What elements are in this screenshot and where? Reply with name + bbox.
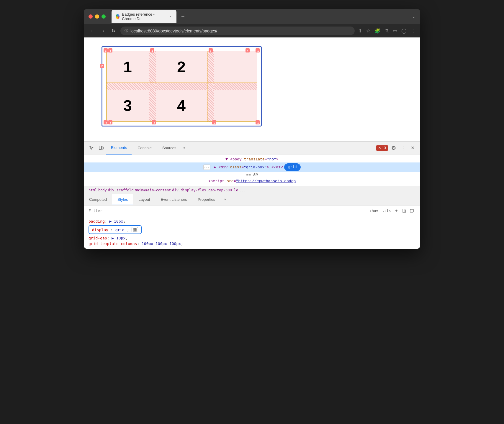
grid-gap-v3 <box>149 90 156 121</box>
css-prop-grid-gap: grid-gap <box>89 236 107 240</box>
bookmark-icon[interactable]: ☆ <box>366 28 370 34</box>
dom-eq-line: == $0 <box>84 172 420 178</box>
tab-styles[interactable]: Styles <box>112 194 133 205</box>
filter-bar: Filter :hov .cls + <box>84 206 420 216</box>
dom-equals: == $0 <box>246 173 258 177</box>
hov-button[interactable]: :hov <box>369 208 379 213</box>
toggle-filter-button[interactable] <box>409 208 415 214</box>
tab-favicon <box>116 14 120 19</box>
grid-badge-outline[interactable]: grid <box>284 163 301 171</box>
grid-gap-h3 <box>214 83 257 90</box>
menu-icon[interactable]: ⋮ <box>411 28 415 34</box>
css-prop-display: display <box>92 228 108 232</box>
breadcrumb-more[interactable]: ... <box>239 188 246 192</box>
badge-bot-neg2: -2 <box>212 120 216 124</box>
badge-bot-neg4: -4 <box>104 120 108 124</box>
grid-cell-2: 2 <box>156 51 207 83</box>
tab-event-listeners[interactable]: Event Listeners <box>155 194 192 205</box>
grid-badge[interactable]: grid <box>285 164 300 170</box>
grid-cell-1: 1 <box>107 51 149 83</box>
css-prop-grid-template: grid-template-columns <box>89 241 137 246</box>
traffic-lights <box>89 14 106 19</box>
breadcrumb-main[interactable]: main#main-content <box>135 188 171 192</box>
grid-gap-v4 <box>207 90 214 121</box>
cls-button[interactable]: .cls <box>381 208 392 213</box>
css-grid-gap-rule: grid-gap: ▶ 10px; <box>89 235 415 241</box>
profile-icon[interactable]: ◯ <box>401 28 407 34</box>
grid-gap-corner1 <box>149 83 156 90</box>
maximize-traffic-light[interactable] <box>102 14 106 19</box>
devtools-toolbar: Elements Console Sources » ✕ 13 ⚙ ⋮ ✕ <box>84 142 420 155</box>
tab-layout[interactable]: Layout <box>133 194 155 205</box>
badge-top-left-1: 1 <box>104 48 108 52</box>
css-padding-rule: padding: ▶ 10px; <box>89 218 415 224</box>
svg-rect-10 <box>133 228 137 231</box>
breadcrumb-html[interactable]: html <box>89 188 97 192</box>
error-badge[interactable]: ✕ 13 <box>376 145 388 151</box>
minimize-traffic-light[interactable] <box>95 14 99 19</box>
dom-div-line[interactable]: ··· ▶ <div class="grid-box">…</div grid <box>84 162 420 172</box>
grid-cell-3-placeholder <box>214 51 257 83</box>
extension-icon[interactable]: 🧩 <box>374 28 380 34</box>
settings-button[interactable]: ⚙ <box>390 144 398 152</box>
sidebar-icon[interactable]: ▭ <box>393 28 397 34</box>
refresh-button[interactable]: ↻ <box>110 27 117 35</box>
grid-gap-h2 <box>156 83 207 90</box>
badge-top-2: 2 <box>150 48 154 52</box>
tab-computed[interactable]: Computed <box>84 194 112 205</box>
more-options-button[interactable]: ⋮ <box>399 144 407 152</box>
grid-cell-empty <box>214 90 257 121</box>
plus-button[interactable]: + <box>394 207 399 214</box>
style-panel: Computed Styles Layout Event Listeners P… <box>84 194 420 249</box>
copy-styles-button[interactable] <box>401 208 407 214</box>
badge-top-3: 3 <box>209 48 213 52</box>
filter-input[interactable]: Filter <box>89 208 366 213</box>
tab-overflow-button[interactable]: ⌄ <box>412 14 415 19</box>
badge-top-4: 4 <box>246 48 250 52</box>
breadcrumb-body[interactable]: body <box>98 188 107 192</box>
dom-breadcrumb: html body div.scaffold main#main-content… <box>84 186 420 194</box>
breadcrumb-scaffold[interactable]: div.scaffold <box>108 188 134 192</box>
close-traffic-light[interactable] <box>89 14 93 19</box>
address-actions: ⬆ ☆ 🧩 ⚗ ▭ ◯ ⋮ <box>358 28 415 34</box>
url-bar[interactable]: ⓘ localhost:8080/docs/devtools/elements/… <box>120 27 355 35</box>
css-grid-template-rule: grid-template-columns: 100px 100px 100px… <box>89 241 415 246</box>
dom-body-line: ▼ <body translate="no"> <box>84 156 420 162</box>
style-tabs: Computed Styles Layout Event Listeners P… <box>84 194 420 206</box>
tab-bar: Badges reference - Chrome De × + ⌄ <box>112 10 415 23</box>
grid-gap-v2 <box>207 51 214 83</box>
forward-button[interactable]: → <box>99 27 106 35</box>
css-display-rule-wrapper: display: grid; <box>89 225 415 234</box>
tab-console[interactable]: Console <box>133 142 156 155</box>
grid-cell-3: 3 <box>107 90 149 121</box>
breadcrumb-div[interactable]: div.display-flex.gap-top-300.lo <box>172 188 238 192</box>
svg-rect-1 <box>102 147 103 149</box>
tab-elements[interactable]: Elements <box>106 142 132 155</box>
more-tabs-button[interactable]: » <box>182 144 187 152</box>
css-rules: padding: ▶ 10px; display: grid; <box>84 216 420 249</box>
inspect-tool[interactable] <box>87 144 96 152</box>
title-bar: Badges reference - Chrome De × + ⌄ <box>84 9 420 24</box>
grid-gap-h1 <box>107 83 149 90</box>
tab-properties[interactable]: Properties <box>192 194 220 205</box>
back-button[interactable]: ← <box>89 27 96 35</box>
tab-sources[interactable]: Sources <box>158 142 181 155</box>
css-value-padding: ▶ 10px <box>109 219 123 223</box>
page-content: 1 2 3 4 <box>84 37 420 141</box>
grid-inline-badge[interactable] <box>132 227 138 232</box>
dom-ellipsis-btn[interactable]: ··· <box>203 165 210 170</box>
tab-title: Badges reference - Chrome De <box>122 12 166 21</box>
new-tab-button[interactable]: + <box>179 12 187 21</box>
dom-script-link[interactable]: "https://cpwebassets.codep <box>236 179 296 183</box>
dom-viewer: ▼ <body translate="no"> ··· ▶ <div class… <box>84 155 420 186</box>
close-devtools-button[interactable]: ✕ <box>408 144 417 152</box>
device-tool[interactable] <box>97 144 105 152</box>
more-style-tabs[interactable]: » <box>222 194 228 205</box>
grid-gap-corner2 <box>207 83 214 90</box>
flask-icon[interactable]: ⚗ <box>384 28 389 34</box>
tab-close-button[interactable]: × <box>168 14 172 19</box>
badge-bot-neg3: -3 <box>152 120 156 124</box>
grid-visualization: 1 2 3 4 <box>102 46 262 126</box>
active-tab[interactable]: Badges reference - Chrome De × <box>112 10 176 23</box>
share-icon[interactable]: ⬆ <box>358 28 362 34</box>
